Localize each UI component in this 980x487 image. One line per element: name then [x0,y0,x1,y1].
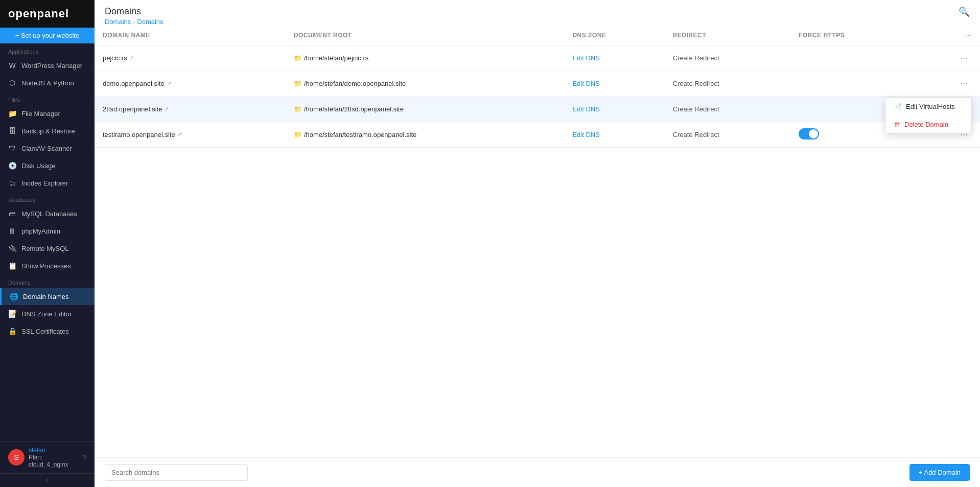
force-https-toggle[interactable] [799,128,819,140]
sidebar-item-label: MySQL Databases [21,210,77,218]
doc-root-path: /home/stefan/pejcic.rs [304,54,368,62]
redirect-cell: Create Redirect [665,45,790,71]
section-label-domains: Domains [0,274,95,288]
user-plan: Plan: cloud_4_nginx [29,454,79,468]
row-actions-button[interactable]: ··· [956,77,972,90]
force-https-cell [790,71,916,97]
table-row: demo.openpanel.site ↗ 📁 /home/stefan/dem… [95,71,980,97]
dnszone-icon: 📝 [8,310,16,318]
dns-zone-cell: Edit DNS [564,45,664,71]
table-row: pejcic.rs ↗ 📁 /home/stefan/pejcic.rs Edi… [95,45,980,71]
add-domain-button[interactable]: + Add Domain [909,464,970,481]
sidebar-item-label: WordPress Manager [21,62,82,69]
setup-website-button[interactable]: + Set up your website [0,28,95,43]
sidebar-item-label: DNS Zone Editor [21,310,72,318]
sidebar-collapse-button[interactable]: ‹ [0,473,95,487]
doc-root-path: /home/stefan/2tfsd.openpanel.site [304,105,404,113]
dns-zone-cell: Edit DNS [564,97,664,122]
dropdown-edit-label: Edit VirtualHosts [906,103,955,110]
domain-link[interactable]: demo.openpanel.site ↗ [103,80,277,87]
backup-icon: 🗄 [8,127,16,135]
domain-link[interactable]: testiramo.openpanel.site ↗ [103,131,277,138]
domain-link[interactable]: 2tfsd.openpanel.site ↗ [103,105,277,113]
col-document-root: DOCUMENT ROOT [286,26,565,45]
create-redirect-link[interactable]: Create Redirect [673,131,719,138]
breadcrumb-domains[interactable]: Domains [105,18,131,26]
sidebar-item-backup[interactable]: 🗄 Backup & Restore [0,122,95,140]
sidebar-item-phpmyadmin[interactable]: 🖥 phpMyAdmin [0,222,95,240]
nodejs-icon: ⬡ [8,79,16,87]
document-root-cell: 📁 /home/stefan/pejcic.rs [286,45,565,71]
folder-icon: 📁 [294,80,302,87]
showprocesses-icon: 📋 [8,262,16,270]
sidebar-item-label: Backup & Restore [21,127,75,135]
phpmyadmin-icon: 🖥 [8,227,16,235]
redirect-cell: Create Redirect [665,71,790,97]
create-redirect-link[interactable]: Create Redirect [673,80,719,87]
sidebar-item-dnszone[interactable]: 📝 DNS Zone Editor [0,305,95,322]
row-actions-button[interactable]: ··· [956,52,972,64]
domainnames-icon: 🌐 [10,292,18,300]
sidebar-item-showprocesses[interactable]: 📋 Show Processes [0,257,95,274]
domain-name-cell: testiramo.openpanel.site ↗ [95,122,286,148]
section-label-databases: Databases [0,192,95,205]
dns-zone-cell: Edit DNS [564,71,664,97]
app-logo: openpanel [0,0,95,28]
document-root-cell: 📁 /home/stefan/testiramo.openpanel.site [286,122,565,148]
force-https-cell [790,45,916,71]
username[interactable]: stefan [29,447,79,454]
dns-zone-cell: Edit DNS [564,122,664,148]
filemanager-icon: 📁 [8,109,16,118]
table-row: 2tfsd.openpanel.site ↗ 📁 /home/stefan/2t… [95,97,980,122]
ssl-icon: 🔒 [8,327,16,335]
user-info: stefan Plan: cloud_4_nginx [29,447,79,468]
doc-root-path: /home/stefan/demo.openpanel.site [304,80,406,87]
sidebar-item-label: Show Processes [21,262,71,270]
sidebar-item-mysql[interactable]: 🗃 MySQL Databases [0,205,95,222]
breadcrumb-domains-current[interactable]: Domains [137,18,163,26]
inodes-icon: 🗂 [8,179,16,187]
table-footer: + Add Domain [95,457,980,487]
domain-name-cell: pejcic.rs ↗ [95,45,286,71]
sidebar-item-nodejs[interactable]: ⬡ NodeJS & Python [0,74,95,91]
delete-icon: 🗑 [894,121,900,128]
mysql-icon: 🗃 [8,210,16,218]
edit-dns-link[interactable]: Edit DNS [572,131,599,138]
document-root-cell: 📁 /home/stefan/demo.openpanel.site [286,71,565,97]
document-root-cell: 📁 /home/stefan/2tfsd.openpanel.site [286,97,565,122]
sidebar-user-section: S stefan Plan: cloud_4_nginx ? [0,441,95,473]
col-domain-name: DOMAIN NAME [95,26,286,45]
create-redirect-link[interactable]: Create Redirect [673,54,719,62]
sidebar: openpanel + Set up your website Applicat… [0,0,95,487]
sidebar-item-remotemysql[interactable]: 🔌 Remote MySQL [0,240,95,257]
diskusage-icon: 💿 [8,161,16,170]
search-domains-input[interactable] [105,464,248,481]
edit-dns-link[interactable]: Edit DNS [572,54,599,62]
sidebar-item-label: phpMyAdmin [21,227,60,235]
table-row: testiramo.openpanel.site ↗ 📁 /home/stefa… [95,122,980,148]
sidebar-item-ssl[interactable]: 🔒 SSL Certificates [0,322,95,340]
sidebar-item-filemanager[interactable]: 📁 File Manager [0,105,95,122]
edit-dns-link[interactable]: Edit DNS [572,80,599,87]
sidebar-item-wordpress[interactable]: W WordPress Manager [0,57,95,74]
sidebar-item-label: Disk Usage [21,162,55,170]
section-label-files: Files [0,91,95,105]
col-redirect: REDIRECT [665,26,790,45]
redirect-cell: Create Redirect [665,97,790,122]
sidebar-item-clamav[interactable]: 🛡 ClamAV Scanner [0,140,95,157]
sidebar-item-label: SSL Certificates [21,328,69,335]
dropdown-delete-label: Delete Domain [904,121,948,128]
sidebar-item-domainnames[interactable]: 🌐 Domain Names [0,288,95,305]
main-content: Domains Domains › Domains 🔍 DOMAIN NAME … [95,0,980,487]
sidebar-item-inodes[interactable]: 🗂 Inodes Explorer [0,174,95,192]
header-search-icon[interactable]: 🔍 [959,6,970,17]
edit-dns-link[interactable]: Edit DNS [572,105,599,113]
dropdown-edit-virtualhost[interactable]: 📄 Edit VirtualHosts [885,98,971,115]
dropdown-delete-domain[interactable]: 🗑 Delete Domain [885,115,971,133]
help-button[interactable]: ? [83,454,86,461]
sidebar-item-diskusage[interactable]: 💿 Disk Usage [0,157,95,174]
folder-icon: 📁 [294,105,302,113]
folder-icon: 📁 [294,54,302,62]
domain-link[interactable]: pejcic.rs ↗ [103,54,277,62]
create-redirect-link[interactable]: Create Redirect [673,105,719,113]
